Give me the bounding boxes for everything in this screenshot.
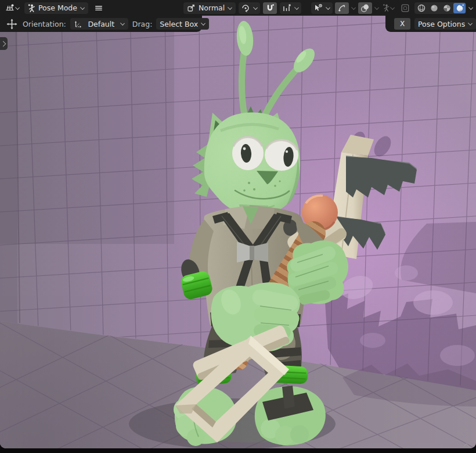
orientation-default-dropdown[interactable]: Default [70, 18, 128, 30]
shading-wireframe-button[interactable] [415, 3, 427, 13]
chevron-down-icon [294, 6, 299, 10]
viewport-scene [0, 0, 476, 448]
drag-label: Drag: [132, 20, 153, 28]
selectability-visibility-icon [313, 3, 323, 12]
tool-settings-left: Orientation: Default Drag: Select Box [0, 16, 202, 32]
chevron-down-icon [253, 6, 258, 10]
orientation-normal-icon [187, 3, 196, 12]
gizmo-icon [337, 3, 347, 13]
chevron-down-icon[interactable] [351, 6, 356, 10]
pose-overlay-dropdown[interactable] [381, 2, 396, 14]
pivot-point-icon [241, 3, 250, 13]
pose-figure-icon [383, 3, 390, 12]
orientation-value: Normal [199, 3, 225, 12]
mirror-x-label: X [400, 20, 405, 28]
axes-icon [74, 20, 82, 28]
visibility-dropdown[interactable] [311, 2, 333, 14]
shading-rendered-icon [455, 3, 464, 13]
gizmos-toggle-button[interactable] [335, 2, 349, 14]
xray-icon [401, 3, 410, 13]
drag-value: Select Box [160, 20, 198, 28]
shading-material-icon [442, 3, 452, 13]
shading-wireframe-icon [417, 3, 426, 13]
chevron-down-icon [390, 6, 395, 10]
collapsed-menus-button[interactable] [92, 2, 106, 14]
shading-material-button[interactable] [441, 3, 453, 13]
snap-mode-dropdown[interactable] [280, 2, 301, 14]
move-tool-icon [6, 19, 17, 30]
transform-orientation-dropdown[interactable]: Normal [183, 2, 236, 14]
magnet-icon [265, 3, 275, 13]
chevron-down-icon [80, 6, 85, 10]
chevron-down-icon [326, 6, 330, 10]
overlays-icon [360, 3, 370, 13]
chevron-right-icon [1, 41, 6, 46]
overlays-toggle-button[interactable] [358, 2, 372, 14]
viewport-header: Pose Mode Normal [0, 0, 476, 16]
pivot-point-dropdown[interactable] [239, 2, 260, 14]
toolbar-toggle-tab[interactable] [0, 37, 8, 50]
chevron-down-icon [120, 21, 125, 26]
editor-type-button[interactable] [3, 2, 21, 14]
pose-options-label: Pose Options [418, 20, 465, 28]
blender-window: Pose Mode Normal [0, 0, 476, 453]
hamburger-icon [95, 4, 103, 12]
pose-options-dropdown[interactable]: Pose Options [414, 18, 476, 30]
chevron-down-icon [201, 21, 205, 26]
chevron-down-icon [228, 6, 232, 10]
orientation-label: Orientation: [23, 20, 66, 28]
chevron-down-icon[interactable] [374, 6, 379, 10]
3d-viewport[interactable] [0, 0, 476, 448]
mode-dropdown[interactable]: Pose Mode [24, 2, 88, 14]
snap-increment-icon [282, 3, 291, 13]
pose-figure-icon [28, 3, 35, 13]
window-bottom-edge [0, 448, 476, 453]
active-tool-button[interactable] [5, 18, 19, 30]
drag-mode-dropdown[interactable]: Select Box [156, 18, 209, 30]
shading-solid-button[interactable] [428, 3, 440, 13]
mode-label: Pose Mode [38, 3, 77, 12]
mirror-x-toggle[interactable]: X [394, 18, 410, 30]
chevron-down-icon[interactable] [468, 6, 473, 10]
shading-rendered-button[interactable] [453, 3, 466, 13]
chevron-down-icon [468, 21, 473, 26]
xray-toggle-button[interactable] [398, 2, 412, 14]
snap-toggle-button[interactable] [263, 2, 277, 14]
tool-settings-right: X Pose Options [385, 16, 476, 32]
corner-arrow-icon[interactable] [464, 443, 469, 447]
shading-mode-group [414, 2, 466, 14]
editor-3d-viewport-icon [5, 3, 15, 13]
chevron-down-icon [15, 6, 20, 10]
shading-solid-icon [430, 3, 439, 13]
orientation-value: Default [88, 20, 114, 28]
